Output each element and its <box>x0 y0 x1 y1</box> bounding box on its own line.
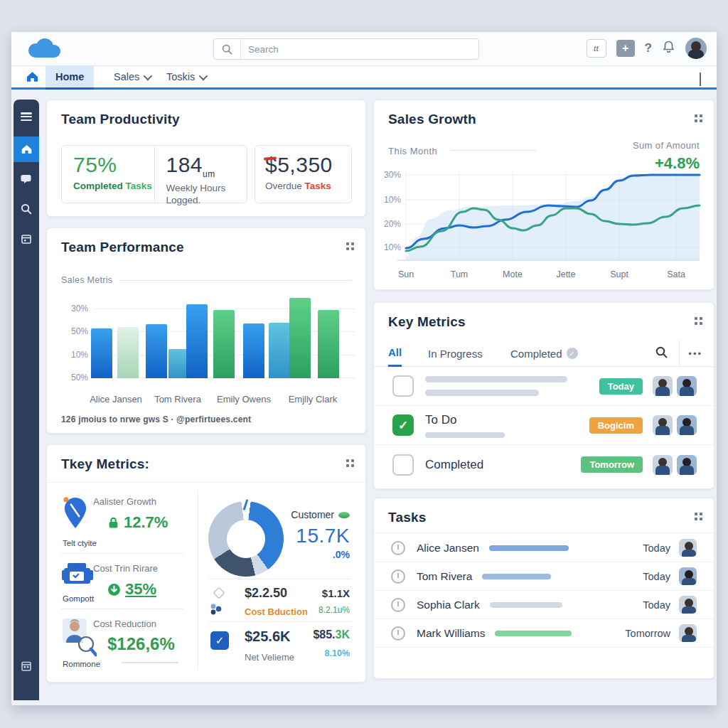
metric-label: Weekly Hours Logged. <box>166 183 241 207</box>
due-badge: Bogicim <box>589 417 643 434</box>
task-progress-bar <box>490 602 562 608</box>
x-tick-label: Supt <box>610 269 628 279</box>
metric-value: 5,350 <box>277 153 333 176</box>
delta-badge: +4.8% <box>655 154 700 173</box>
currency-symbol: $ <box>265 153 277 176</box>
task-due: Tomorrow <box>625 628 670 639</box>
card-menu-icon[interactable] <box>695 513 702 520</box>
avatar <box>677 376 697 396</box>
overdue-tasks-metric: $5,350 Overdue Tasks <box>255 145 352 203</box>
performance-xlabels: Alice JansenTom RiveraEmily OwensEmjlly … <box>91 394 365 405</box>
list-search-icon[interactable] <box>655 346 668 361</box>
money-right-value-accent: 3K <box>336 628 350 641</box>
task-row[interactable]: Mark Williams Tomorrow <box>374 619 714 648</box>
clock-icon <box>391 598 405 612</box>
list-item[interactable]: ✓ To Do Bogicim <box>374 406 714 445</box>
weekly-hours-metric: 184um Weekly Hours Logged. <box>154 146 247 203</box>
person-search-icon <box>61 617 97 660</box>
filter-tabs: All In Progress Completed✓ ••• <box>374 340 714 367</box>
performance-bars <box>91 298 355 378</box>
stat-value: $126,6% <box>107 634 175 654</box>
metric-tiles: 75% Completed Tasks 184um Weekly Hours L… <box>61 145 247 203</box>
search-icon <box>214 39 241 59</box>
checkbox[interactable] <box>392 454 414 476</box>
tab-sales-label: Sales <box>114 71 139 82</box>
chat-icon[interactable] <box>14 166 39 192</box>
bell-icon[interactable] <box>662 40 675 57</box>
avatar <box>679 596 697 614</box>
tab-sales[interactable]: Sales <box>104 66 160 87</box>
stat-value: 35% <box>125 580 156 599</box>
item-label: Completed <box>425 458 581 472</box>
key-metrics-list-card: Key Metrics All In Progress Completed✓ •… <box>373 302 714 489</box>
metric-label: Overdue <box>265 181 302 191</box>
add-button[interactable]: + <box>616 40 635 57</box>
calendar-icon[interactable] <box>14 226 39 252</box>
growth-xaxis: SunTumMoteJetteSuptSata <box>374 269 715 281</box>
bar <box>289 298 311 378</box>
card-title: Sales Growth <box>388 112 476 127</box>
stat-caption: Gompott <box>63 594 94 603</box>
chevron-down-icon <box>199 71 208 80</box>
global-search <box>213 38 479 60</box>
avatar <box>679 539 697 557</box>
help-icon[interactable]: ? <box>645 41 652 55</box>
task-row[interactable]: Tom Rivera Today <box>374 562 714 591</box>
y-tick-label: 30% <box>61 304 88 314</box>
lock-icon <box>107 517 119 529</box>
money-right-sub: 8.2.1u% <box>318 605 350 615</box>
card-title: Team Performance <box>61 240 184 255</box>
tab-tasks[interactable]: Toskis <box>156 66 215 87</box>
tab-label: Completed <box>510 348 562 360</box>
task-row[interactable]: Sophia Clark Today <box>374 591 714 619</box>
avatar <box>679 567 697 585</box>
card-menu-icon[interactable] <box>695 114 702 122</box>
money-value: $2.2.50 <box>245 586 287 601</box>
card-menu-icon[interactable] <box>346 459 354 467</box>
more-options-icon[interactable]: ••• <box>688 348 714 359</box>
performance-bar-chart: 30%50%10%50% <box>61 291 355 390</box>
money-right-value: $85. <box>313 628 335 641</box>
donut-value: 15.7K <box>291 525 350 547</box>
task-row[interactable]: Alice Jansen Today <box>374 534 714 562</box>
metric-label-accent: Tasks <box>305 181 331 191</box>
app-window: tt + ? Home Sales Toskis <box>11 32 717 705</box>
avatar <box>677 415 697 435</box>
task-progress-bar <box>489 545 569 551</box>
card-menu-icon[interactable] <box>346 242 354 250</box>
arrow-down-circle-icon <box>107 583 121 596</box>
list-item[interactable]: Today <box>374 367 714 406</box>
menu-icon[interactable] <box>14 104 39 129</box>
tab-label: All <box>388 346 402 358</box>
bar <box>213 310 235 378</box>
task-progress-bar <box>495 631 572 636</box>
sidebar-home-icon[interactable] <box>14 136 39 162</box>
tab-completed[interactable]: Completed✓ <box>510 340 578 367</box>
shortcut-icon[interactable]: tt <box>587 39 606 58</box>
nav-overflow-chevron-icon[interactable] <box>700 73 701 85</box>
checked-checkbox-icon[interactable]: ✓ <box>210 631 229 650</box>
task-progress-bar <box>482 574 551 579</box>
tab-in-progress[interactable]: In Progress <box>428 340 483 367</box>
user-avatar[interactable] <box>685 38 707 59</box>
card-title: Team Productivity <box>61 112 180 127</box>
sidebar-search-icon[interactable] <box>14 196 39 222</box>
sidebar-bottom-calendar-icon[interactable] <box>14 660 39 672</box>
checkbox-checked[interactable]: ✓ <box>392 414 414 436</box>
checkbox[interactable] <box>392 375 414 397</box>
y-tick-label: 10% <box>374 195 401 205</box>
card-menu-icon[interactable] <box>695 317 702 325</box>
x-category-label: Tom Rivera <box>154 394 201 405</box>
tab-all[interactable]: All <box>388 340 402 367</box>
tab-home[interactable]: Home <box>46 66 94 90</box>
key-metrics-stats-card: Tkey Metrics: Aalister Growth 12.7% Telt… <box>46 444 366 682</box>
y-tick-label: 20% <box>374 219 401 229</box>
top-header: tt + ? <box>11 32 717 66</box>
tab-label: In Progress <box>428 348 483 360</box>
printer-icon <box>61 562 94 596</box>
list-item[interactable]: Completed Tomorrow <box>374 445 714 484</box>
search-input[interactable] <box>241 44 478 55</box>
stat-title: Cost Trin Rirare <box>93 563 158 574</box>
home-icon[interactable] <box>26 70 39 86</box>
avatar <box>653 376 673 396</box>
